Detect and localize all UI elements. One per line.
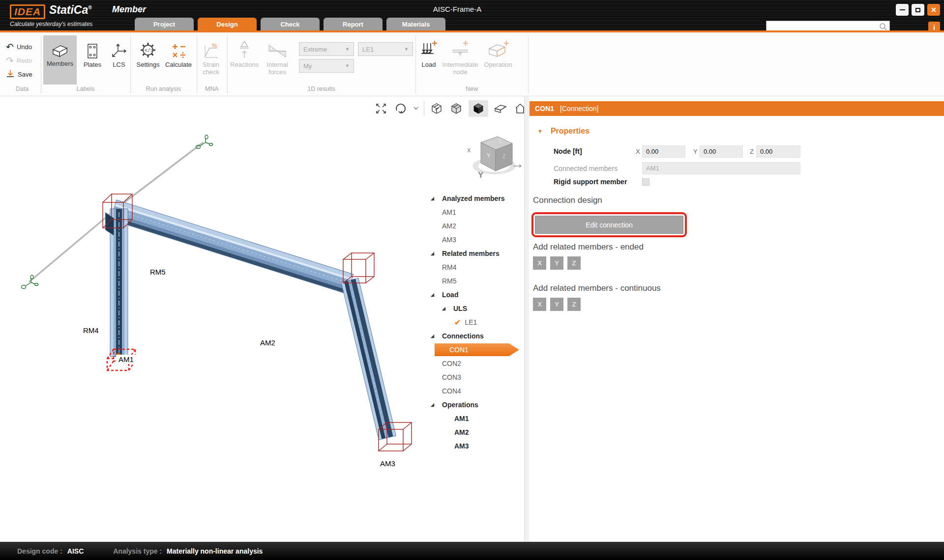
checkbox-checked-icon[interactable]: ✔ <box>454 318 461 327</box>
chevron-down-icon: ▼ <box>345 47 350 52</box>
search-input[interactable] <box>767 22 879 31</box>
tree-item-am1[interactable]: AM1 <box>431 205 524 219</box>
group-label-labels: Labels <box>41 85 130 94</box>
tab-check[interactable]: Check <box>261 18 320 30</box>
node-y-input[interactable]: 0.00 <box>700 145 743 158</box>
new-operation-button[interactable]: Operation <box>482 36 514 68</box>
tree-item-le1[interactable]: ✔LE1 <box>431 315 524 329</box>
panel-header: CON1 [Connection] <box>530 101 944 116</box>
tree-item-uls[interactable]: ◢ULS <box>431 302 524 315</box>
undo-button[interactable]: ↶ Undo <box>6 40 32 53</box>
add-continuous-x-button[interactable]: X <box>533 298 546 311</box>
calculate-button[interactable]: Calculate <box>163 36 194 68</box>
tree-item-operations-am1[interactable]: AM1 <box>431 412 524 425</box>
axis-z-label: Z <box>750 148 754 155</box>
minimize-icon <box>900 9 905 10</box>
close-button[interactable]: ✕ <box>927 4 940 16</box>
tab-materials[interactable]: Materials <box>386 18 445 30</box>
expander-icon[interactable]: ◢ <box>431 292 438 297</box>
tree-label: AM1 <box>454 415 469 422</box>
tree-item-rm5[interactable]: RM5 <box>431 274 524 288</box>
extreme-dropdown-value: Extreme <box>303 46 327 53</box>
node-x-input[interactable]: 0.00 <box>642 145 685 158</box>
plates-label: Plates <box>79 61 106 68</box>
solid-view-icon[interactable] <box>469 100 488 117</box>
add-ended-y-button[interactable]: Y <box>550 256 563 270</box>
component-dropdown-value: My <box>303 62 312 70</box>
rotate-options-chevron[interactable] <box>413 104 419 113</box>
tree-label: CON3 <box>442 373 461 381</box>
tree-item-rm4[interactable]: RM4 <box>431 260 524 274</box>
redo-label: Redo <box>17 57 32 64</box>
lcs-button[interactable]: LCS <box>107 36 131 68</box>
strain-check-label: Straincheck <box>198 61 224 76</box>
tree-item-am2[interactable]: AM2 <box>431 219 524 233</box>
analysis-type-label: Analysis type : <box>113 547 162 555</box>
settings-button[interactable]: </> Settings <box>134 36 162 68</box>
tree-item-con4[interactable]: CON4 <box>431 384 524 398</box>
expander-icon[interactable]: ◢ <box>431 402 438 407</box>
expander-icon[interactable]: ◢ <box>431 196 438 201</box>
loadcase-dropdown-value: LE1 <box>362 46 374 53</box>
member-label-rm5: RM5 <box>148 267 168 277</box>
section-clip-icon[interactable] <box>493 101 508 116</box>
internal-forces-button[interactable]: Internalforces <box>262 36 293 76</box>
minimize-button[interactable] <box>896 4 909 16</box>
tree-scrollbar[interactable] <box>524 96 529 542</box>
save-button[interactable]: Save <box>6 68 32 81</box>
tree-item-operations-am2[interactable]: AM2 <box>431 425 524 439</box>
tree-item-connections[interactable]: ◢Connections <box>431 329 524 343</box>
expander-icon[interactable]: ◢ <box>442 306 449 311</box>
add-ended-z-button[interactable]: Z <box>567 256 581 270</box>
ribbon-separator <box>227 35 228 93</box>
tree-item-con1-selected[interactable]: CON1 <box>431 343 524 357</box>
tree-item-related-members[interactable]: ◢Related members <box>431 247 524 260</box>
collapse-triangle-icon[interactable]: ▼ <box>537 128 543 134</box>
wireframe-view-icon[interactable] <box>429 101 444 116</box>
add-ended-axis-buttons: X Y Z <box>533 256 581 270</box>
reactions-button[interactable]: Reactions <box>229 36 260 68</box>
rotate-view-icon[interactable] <box>393 101 408 116</box>
tree-item-operations-am3[interactable]: AM3 <box>431 439 524 453</box>
redo-button[interactable]: ↷ Redo <box>6 54 32 67</box>
zoom-fit-icon[interactable] <box>374 101 388 116</box>
tab-report[interactable]: Report <box>324 18 383 30</box>
selected-object-type: [Connection] <box>560 105 599 112</box>
edit-connection-button[interactable]: Edit connection <box>535 216 683 234</box>
selection-highlight <box>435 343 519 356</box>
navigation-cube[interactable]: Y Z X Y X <box>466 127 523 184</box>
plates-button[interactable]: Plates <box>79 36 106 68</box>
members-button[interactable]: Members <box>43 35 77 84</box>
model-viewport[interactable]: RM5 RM4 AM1 AM2 AM3 <box>0 96 524 542</box>
window-title: AISC-Frame-A <box>0 5 914 13</box>
intermediate-node-button[interactable]: Intermediatenode <box>442 36 479 76</box>
node-z-input[interactable]: 0.00 <box>756 145 800 158</box>
model-tree: ◢Analyzed members AM1 AM2 AM3 ◢Related m… <box>431 192 524 453</box>
tree-item-analyzed-members[interactable]: ◢Analyzed members <box>431 192 524 205</box>
tree-item-con2[interactable]: CON2 <box>431 357 524 370</box>
rigid-support-checkbox[interactable] <box>642 178 649 186</box>
tree-item-operations[interactable]: ◢Operations <box>431 398 524 412</box>
extreme-dropdown[interactable]: Extreme ▼ <box>299 42 354 56</box>
component-dropdown[interactable]: My ▼ <box>299 59 354 73</box>
strain-check-button[interactable]: % Straincheck <box>198 36 224 76</box>
expander-icon[interactable]: ◢ <box>431 251 438 256</box>
new-load-button[interactable]: Load <box>417 36 441 68</box>
tree-item-con3[interactable]: CON3 <box>431 370 524 384</box>
maximize-button[interactable] <box>912 4 924 16</box>
tab-design[interactable]: Design <box>198 18 257 30</box>
tree-label: Connections <box>442 332 484 340</box>
expander-icon[interactable]: ◢ <box>431 334 438 338</box>
properties-section-header[interactable]: ▼ Properties <box>537 127 590 136</box>
tree-item-load[interactable]: ◢Load <box>431 288 524 302</box>
add-ended-x-button[interactable]: X <box>533 256 546 270</box>
beam-am2[interactable] <box>110 200 353 294</box>
add-continuous-y-button[interactable]: Y <box>550 298 563 311</box>
save-label: Save <box>18 71 32 78</box>
tab-project[interactable]: Project <box>135 18 194 30</box>
add-continuous-z-button[interactable]: Z <box>567 298 581 311</box>
tree-item-am3[interactable]: AM3 <box>431 233 524 247</box>
shaded-view-icon[interactable] <box>449 101 464 116</box>
loadcase-dropdown[interactable]: LE1 ▼ <box>358 42 413 56</box>
beam-am3[interactable] <box>341 278 396 440</box>
